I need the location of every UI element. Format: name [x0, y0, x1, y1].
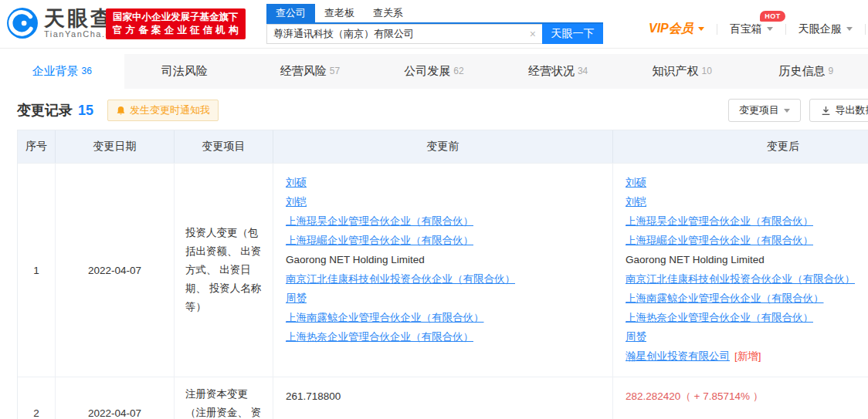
change-record-section-header: 变更记录 15 发生变更时通知我 变更项目 导出数据 — [0, 99, 868, 122]
tab-count: 9 — [828, 66, 833, 76]
tab-count: 34 — [578, 66, 588, 76]
tab-count: 10 — [702, 66, 712, 76]
search-input[interactable] — [267, 25, 533, 43]
change-item-cell: 投资人变更（包括出资额、 出资方式、 出资日期、 投资人名称等） — [175, 164, 273, 377]
value-text: Gaorong NET Holding Limited — [626, 250, 868, 269]
tab-count: 62 — [453, 66, 463, 76]
company-link[interactable]: 周赟 — [286, 289, 600, 308]
header-change-item: 变更项目 — [175, 130, 273, 163]
search-tab-company[interactable]: 查公司 — [266, 4, 315, 22]
change-before-cell: 261.718800 — [273, 377, 613, 419]
section-title: 变更记录 — [17, 101, 73, 120]
change-record-table: 序号 变更日期 变更项目 变更前 变更后 12022-04-07投资人变更（包括… — [17, 130, 868, 419]
tab-label: 知识产权 — [653, 64, 699, 79]
tab-label: 历史信息 — [778, 64, 825, 79]
export-data-button[interactable]: 导出数据 — [809, 99, 868, 122]
tab-business-background[interactable]: 企业背景 36 — [0, 54, 124, 89]
chevron-down-icon — [767, 27, 773, 34]
change-item-filter-dropdown[interactable]: 变更项目 — [728, 99, 801, 122]
menu-vip[interactable]: VIP会员 — [649, 21, 704, 37]
tab-label: 经营状况 — [528, 64, 575, 79]
change-after-cell: 刘硕刘铠上海琨昊企业管理合伙企业（有限合伙）上海琨崛企业管理合伙企业（有限合伙）… — [613, 164, 868, 377]
menu-enterprise-service-label: 天眼企服 — [798, 22, 842, 36]
search-button[interactable]: 天眼一下 — [542, 24, 603, 44]
tab-label: 司法风险 — [161, 64, 208, 79]
menu-vip-label: VIP会员 — [649, 21, 693, 37]
tab-history-info[interactable]: 历史信息 9 — [744, 54, 868, 89]
company-link[interactable]: 瀚星创业投资有限公司[新增] — [626, 346, 868, 366]
badge-line2: 官方备案企业征信机构 — [113, 24, 239, 37]
menu-toolbox[interactable]: HOT 百宝箱 — [730, 22, 773, 36]
company-link[interactable]: 上海南露鲸企业管理合伙企业（有限合伙） — [286, 308, 600, 327]
change-date-cell: 2022-04-07 — [56, 377, 175, 419]
menu-enterprise-service[interactable]: 天眼企服 — [798, 22, 853, 36]
row-index-cell: 1 — [18, 164, 56, 377]
header-after-change: 变更后 — [613, 130, 868, 163]
row-index-cell: 2 — [18, 377, 56, 419]
tab-label: 公司发展 — [404, 64, 450, 79]
tab-count: 36 — [82, 66, 92, 76]
tab-judicial-risk[interactable]: 司法风险 — [124, 54, 249, 89]
company-link[interactable]: 南京江北佳康科技创业投资合伙企业（有限合伙） — [626, 269, 868, 289]
company-link[interactable]: 上海琨崛企业管理合伙企业（有限合伙） — [286, 231, 600, 250]
table-row: 22022-04-07注册资本变更（注册资金、 资金数额等变更）261.7188… — [18, 377, 868, 419]
change-date-cell: 2022-04-07 — [56, 164, 175, 377]
header-change-date: 变更日期 — [56, 130, 175, 163]
table-row: 12022-04-07投资人变更（包括出资额、 出资方式、 出资日期、 投资人名… — [18, 163, 868, 377]
company-link[interactable]: 刘铠 — [626, 192, 868, 211]
download-icon — [821, 106, 831, 116]
value-text: Gaorong NET Holding Limited — [286, 250, 600, 269]
change-after-cell: 282.282420（ + 7.85714% ） — [613, 377, 868, 419]
tab-count: 57 — [330, 66, 340, 76]
filter-label: 变更项目 — [739, 103, 779, 117]
badge-line1: 国家中小企业发展子基金旗下 — [113, 11, 239, 24]
header-index: 序号 — [18, 130, 56, 163]
new-tag: [新增] — [734, 350, 761, 362]
clear-icon[interactable]: × — [530, 28, 536, 40]
company-link[interactable]: 上海琨崛企业管理合伙企业（有限合伙） — [626, 231, 868, 250]
search-tab-relation[interactable]: 查关系 — [364, 4, 412, 22]
search-tab-boss[interactable]: 查老板 — [315, 4, 364, 22]
table-body: 12022-04-07投资人变更（包括出资额、 出资方式、 出资日期、 投资人名… — [18, 163, 868, 419]
company-link[interactable]: 南京江北佳康科技创业投资合伙企业（有限合伙） — [286, 269, 600, 289]
menu-divider — [785, 24, 786, 35]
search-tabs: 查公司 查老板 查关系 — [266, 5, 603, 24]
value-text: 282.282420（ + 7.85714% ） — [626, 387, 868, 406]
company-link[interactable]: 上海热奈企业管理合伙企业（有限合伙） — [626, 308, 868, 327]
company-link[interactable]: 上海琨昊企业管理合伙企业（有限合伙） — [286, 211, 600, 231]
header-menu: VIP会员 HOT 百宝箱 天眼企服 消息 — [649, 21, 868, 37]
company-link[interactable]: 刘硕 — [626, 173, 868, 192]
tab-label: 经营风险 — [280, 64, 327, 79]
company-nav-tabs: 企业背景 36 司法风险 经营风险 57 公司发展 62 经营状况 34 知识产… — [0, 54, 868, 89]
notify-on-change-button[interactable]: 发生变更时通知我 — [107, 100, 219, 121]
tab-intellectual-property[interactable]: 知识产权 10 — [620, 54, 744, 89]
company-link[interactable]: 上海琨昊企业管理合伙企业（有限合伙） — [626, 211, 868, 231]
export-label: 导出数据 — [836, 103, 868, 117]
chevron-down-icon — [846, 27, 853, 34]
chevron-down-icon — [784, 109, 790, 116]
company-link[interactable]: 周赟 — [626, 327, 868, 346]
chevron-down-icon — [698, 27, 704, 34]
company-link[interactable]: 上海热奈企业管理合伙企业（有限合伙） — [286, 327, 600, 346]
header-before-change: 变更前 — [273, 130, 613, 163]
company-link[interactable]: 上海南露鲸企业管理合伙企业（有限合伙） — [626, 289, 868, 308]
tab-operating-risk[interactable]: 经营风险 57 — [248, 54, 372, 89]
section-count: 15 — [78, 103, 93, 119]
bell-icon — [116, 106, 126, 116]
tianyancha-logo-icon — [6, 7, 39, 39]
tab-label: 企业背景 — [32, 64, 79, 79]
search-module: 查公司 查老板 查关系 × 天眼一下 — [266, 5, 603, 44]
notify-button-label: 发生变更时通知我 — [130, 103, 210, 117]
search-input-wrapper: × — [266, 24, 542, 44]
tab-operating-status[interactable]: 经营状况 34 — [496, 54, 620, 89]
value-text: 261.718800 — [286, 387, 600, 406]
company-link[interactable]: 刘铠 — [286, 192, 600, 211]
table-header-row: 序号 变更日期 变更项目 变更前 变更后 — [18, 130, 868, 163]
menu-divider — [717, 24, 717, 35]
government-certification-badge: 国家中小企业发展子基金旗下 官方备案企业征信机构 — [106, 8, 246, 39]
menu-toolbox-label: 百宝箱 — [730, 22, 762, 36]
hot-badge: HOT — [760, 11, 785, 22]
tab-company-development[interactable]: 公司发展 62 — [372, 54, 497, 89]
menu-divider — [865, 24, 866, 35]
company-link[interactable]: 刘硕 — [286, 173, 600, 192]
